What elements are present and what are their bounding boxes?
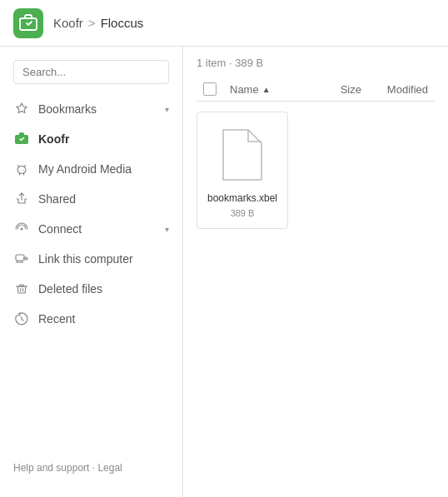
- column-name-header[interactable]: Name ▲: [230, 83, 311, 96]
- sidebar-item-link[interactable]: Link this computer: [0, 244, 182, 274]
- column-modified-header: Modified: [361, 83, 428, 96]
- footer-links: Help and support · Legal: [0, 452, 182, 484]
- connect-arrow-icon: ▾: [165, 225, 169, 234]
- recent-icon: [13, 311, 30, 327]
- breadcrumb: Koofr > Floccus: [53, 16, 143, 30]
- svg-point-6: [22, 169, 23, 170]
- sidebar-item-link-label: Link this computer: [38, 252, 169, 266]
- bookmarks-arrow-icon: ▾: [165, 105, 169, 114]
- svg-point-2: [17, 166, 26, 174]
- sidebar-item-recent-label: Recent: [38, 312, 169, 326]
- select-all-checkbox[interactable]: [203, 82, 217, 96]
- breadcrumb-parent[interactable]: Koofr: [53, 16, 83, 30]
- column-name-label: Name: [230, 83, 259, 96]
- link-icon: [13, 251, 30, 267]
- sidebar-item-connect[interactable]: Connect ▾: [0, 214, 182, 244]
- search-input[interactable]: [13, 60, 169, 84]
- file-size: 389 B: [231, 208, 255, 218]
- header-checkbox-cell: [203, 82, 223, 96]
- svg-line-4: [24, 166, 26, 167]
- koofr-icon: [13, 131, 30, 147]
- file-grid: bookmarks.xbel 389 B: [197, 102, 435, 239]
- sidebar-item-bookmarks-label: Bookmarks: [38, 102, 162, 116]
- sidebar-item-android[interactable]: My Android Media: [0, 154, 182, 184]
- sidebar-item-connect-label: Connect: [38, 222, 162, 236]
- svg-point-5: [19, 169, 20, 170]
- star-icon: [13, 101, 30, 117]
- breadcrumb-separator: >: [88, 16, 96, 30]
- legal-link[interactable]: Legal: [97, 462, 122, 474]
- share-icon: [13, 191, 30, 207]
- column-size-header: Size: [311, 83, 361, 96]
- list-item[interactable]: bookmarks.xbel 389 B: [197, 112, 288, 229]
- header: Koofr > Floccus: [0, 0, 448, 47]
- connect-icon: [13, 221, 30, 237]
- logo-icon: [13, 8, 43, 38]
- sidebar-item-android-label: My Android Media: [38, 162, 169, 176]
- sidebar: Bookmarks ▾ Koofr: [0, 47, 183, 497]
- sort-icon: ▲: [262, 85, 271, 94]
- sidebar-item-deleted-label: Deleted files: [38, 282, 169, 296]
- file-icon: [220, 128, 265, 181]
- content-area: 1 item · 389 B Name ▲ Size Modified: [183, 47, 448, 497]
- breadcrumb-current: Floccus: [101, 16, 144, 30]
- trash-icon: [13, 281, 30, 297]
- svg-point-9: [21, 228, 23, 231]
- sidebar-item-bookmarks[interactable]: Bookmarks ▾: [0, 94, 182, 124]
- sidebar-item-recent[interactable]: Recent: [0, 304, 182, 334]
- file-icon-wrapper: [217, 126, 267, 184]
- search-container: [0, 60, 182, 94]
- file-name: bookmarks.xbel: [207, 192, 277, 206]
- footer-separator: ·: [89, 462, 97, 474]
- sidebar-item-deleted[interactable]: Deleted files: [0, 274, 182, 304]
- sidebar-item-koofr[interactable]: Koofr: [0, 124, 182, 154]
- content-meta: 1 item · 389 B: [197, 57, 435, 69]
- svg-rect-10: [16, 255, 24, 261]
- sidebar-item-shared[interactable]: Shared: [0, 184, 182, 214]
- svg-line-3: [18, 166, 20, 167]
- main-layout: Bookmarks ▾ Koofr: [0, 47, 448, 497]
- android-icon: [13, 161, 30, 177]
- sidebar-item-koofr-label: Koofr: [38, 132, 169, 146]
- help-support-link[interactable]: Help and support: [13, 462, 89, 474]
- table-header: Name ▲ Size Modified: [197, 77, 435, 102]
- sidebar-item-shared-label: Shared: [38, 192, 169, 206]
